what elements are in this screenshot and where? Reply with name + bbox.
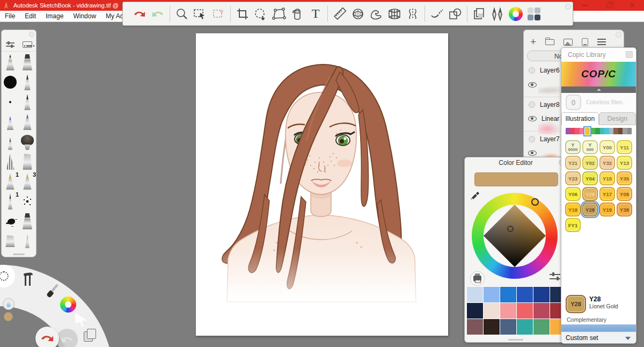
current-color-button[interactable] bbox=[4, 312, 13, 321]
copic-family-3[interactable] bbox=[580, 128, 584, 134]
copic-swatch-Y0000[interactable]: Y0000 bbox=[565, 140, 581, 154]
copic-family-6[interactable] bbox=[595, 128, 600, 134]
copic-family-9[interactable] bbox=[609, 128, 614, 134]
menu-file[interactable]: File bbox=[0, 12, 20, 20]
editor-swatch-4[interactable] bbox=[533, 287, 550, 302]
drawing-canvas[interactable] bbox=[196, 33, 448, 336]
eye-icon[interactable] bbox=[528, 116, 537, 121]
brush-ink-splatter[interactable] bbox=[3, 213, 17, 230]
lagoon-brush-puck[interactable] bbox=[0, 265, 15, 287]
ellipse-guide-icon[interactable] bbox=[349, 5, 367, 23]
redo-icon[interactable] bbox=[149, 5, 167, 23]
toolbar-handle[interactable] bbox=[565, 4, 571, 10]
fill-tool-icon[interactable] bbox=[288, 5, 306, 23]
deselect-tool-icon[interactable] bbox=[209, 5, 228, 23]
brush-stamp[interactable] bbox=[20, 94, 34, 111]
lagoon-color-wheel[interactable] bbox=[60, 297, 76, 313]
copic-swatch-FY1[interactable]: FY1 bbox=[565, 218, 581, 232]
copic-family-1[interactable] bbox=[570, 128, 575, 134]
transform-tool-icon[interactable] bbox=[252, 5, 270, 23]
lagoon-brush-palette[interactable] bbox=[45, 284, 61, 300]
distort-tool-icon[interactable] bbox=[270, 5, 288, 23]
color-editor-resize-handle[interactable] bbox=[508, 339, 523, 341]
brush-technical-pen[interactable]: 1 bbox=[3, 193, 17, 210]
copic-family-11[interactable] bbox=[618, 128, 623, 134]
brush-soft-round[interactable] bbox=[20, 134, 34, 150]
brush-settings-icon[interactable] bbox=[6, 41, 14, 48]
copic-family-2[interactable] bbox=[575, 128, 580, 134]
current-color-bar[interactable] bbox=[474, 172, 558, 186]
editor-swatch-14[interactable] bbox=[500, 319, 516, 335]
copic-swatch-Y28[interactable]: Y28 bbox=[582, 203, 598, 216]
lagoon-layers[interactable] bbox=[84, 329, 96, 342]
color-sliders-icon[interactable] bbox=[550, 272, 561, 282]
lagoon-redo-button[interactable] bbox=[56, 329, 78, 347]
copic-family-12[interactable] bbox=[623, 128, 627, 134]
brush-ink-pen[interactable] bbox=[20, 74, 34, 91]
copic-swatch-Y21[interactable]: Y21 bbox=[565, 156, 581, 170]
lagoon-undo-button[interactable] bbox=[35, 327, 59, 347]
marker-mode-button[interactable] bbox=[470, 271, 485, 286]
layer-radio-icon[interactable] bbox=[529, 67, 535, 74]
layer-radio-icon[interactable] bbox=[529, 136, 535, 142]
add-layer-icon[interactable]: + bbox=[530, 38, 536, 46]
brush-solid-round[interactable] bbox=[3, 74, 17, 91]
copic-close-button[interactable] bbox=[626, 51, 633, 58]
current-copic-swatch[interactable]: Y28 bbox=[566, 295, 586, 313]
editor-swatch-2[interactable] bbox=[500, 287, 516, 302]
copic-swatch-Y04[interactable]: Y04 bbox=[582, 171, 598, 185]
brush-palette-handle[interactable] bbox=[29, 32, 34, 37]
ruler-tool-icon[interactable] bbox=[331, 5, 349, 23]
brush-round-small[interactable] bbox=[3, 134, 17, 150]
brush-airbrush-large[interactable] bbox=[20, 114, 34, 131]
zoom-tool-icon[interactable] bbox=[173, 5, 191, 23]
perspective-guide-icon[interactable] bbox=[385, 5, 404, 23]
brush-shader[interactable] bbox=[3, 233, 17, 250]
editor-swatch-12[interactable] bbox=[467, 319, 483, 335]
copic-swatch-Y06[interactable]: Y06 bbox=[565, 187, 581, 201]
eye-icon[interactable] bbox=[528, 150, 537, 156]
editor-swatch-13[interactable] bbox=[484, 319, 500, 335]
copic-family-10[interactable] bbox=[613, 128, 618, 134]
blender-swatch[interactable]: 0 bbox=[566, 95, 581, 110]
steady-stroke-icon[interactable] bbox=[428, 5, 446, 23]
tab-design[interactable]: Design bbox=[599, 112, 636, 125]
brush-chisel-airbrush[interactable] bbox=[20, 213, 34, 230]
brush-chisel-marker[interactable] bbox=[20, 54, 34, 71]
editor-swatch-8[interactable] bbox=[500, 303, 516, 319]
select-tool-icon[interactable] bbox=[191, 5, 209, 23]
brush-copic-3[interactable]: 3 bbox=[20, 174, 34, 190]
hue-selector[interactable] bbox=[531, 198, 539, 206]
undo-icon[interactable] bbox=[130, 5, 149, 23]
copic-swatch-Y26[interactable]: Y26 bbox=[582, 187, 598, 201]
editor-swatch-3[interactable] bbox=[517, 287, 533, 302]
lagoon-tool-puck[interactable] bbox=[23, 273, 34, 287]
water-drop-button[interactable] bbox=[3, 298, 14, 310]
layer-radio-icon[interactable] bbox=[529, 102, 535, 108]
copic-swatch-Y11[interactable]: Y11 bbox=[617, 140, 632, 154]
editor-swatch-6[interactable] bbox=[467, 303, 483, 319]
copic-swatch-Y18[interactable]: Y18 bbox=[565, 203, 581, 216]
french-curve-icon[interactable] bbox=[367, 5, 385, 23]
crop-tool-icon[interactable] bbox=[233, 5, 252, 23]
copic-swatch-Y02[interactable]: Y02 bbox=[582, 156, 598, 170]
copic-family-13[interactable] bbox=[627, 128, 632, 134]
editor-swatch-9[interactable] bbox=[517, 303, 533, 319]
copic-swatch-Y38[interactable]: Y38 bbox=[617, 203, 632, 216]
close-button[interactable]: × bbox=[620, 0, 644, 11]
editor-swatch-7[interactable] bbox=[484, 303, 500, 319]
copic-swatch-Y17[interactable]: Y17 bbox=[599, 187, 615, 201]
brush-palette-resize-handle[interactable] bbox=[13, 254, 25, 255]
custom-set-dropdown[interactable]: Custom set bbox=[561, 331, 636, 343]
copic-swatch-Y08[interactable]: Y08 bbox=[617, 187, 632, 201]
copic-family-8[interactable] bbox=[604, 128, 609, 134]
copic-swatch-Y000[interactable]: Y000 bbox=[582, 140, 598, 154]
complementary-color-bar[interactable] bbox=[561, 324, 636, 331]
hue-ring[interactable] bbox=[472, 193, 558, 279]
copic-family-4[interactable] bbox=[584, 127, 590, 135]
brush-bristle[interactable] bbox=[3, 154, 17, 170]
copic-collapse-bar[interactable] bbox=[561, 86, 636, 93]
brush-palette-toggle-icon[interactable] bbox=[488, 5, 507, 23]
copic-swatch-Y19[interactable]: Y19 bbox=[599, 203, 615, 216]
editor-swatch-16[interactable] bbox=[533, 319, 550, 335]
